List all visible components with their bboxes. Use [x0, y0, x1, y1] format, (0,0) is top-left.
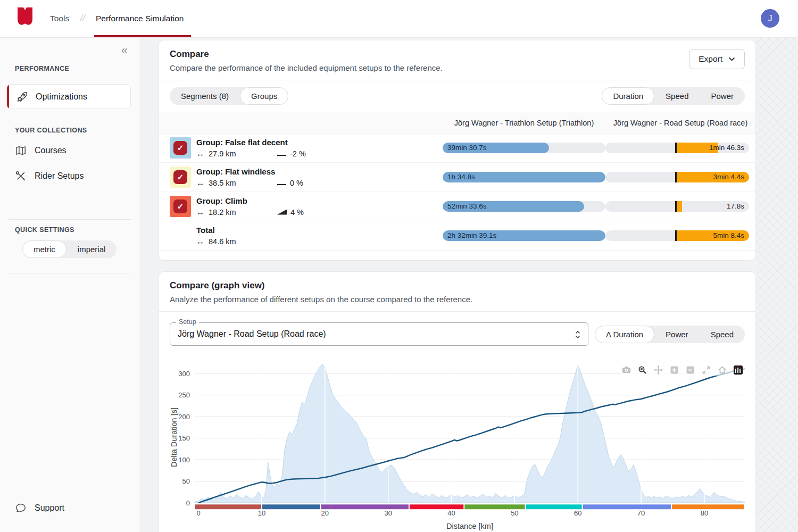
sidebar-divider: [9, 219, 131, 220]
y-tick-label: 150: [178, 434, 190, 442]
group-name: Total: [196, 226, 443, 235]
compare-card: Compare Compare the performance of the i…: [159, 40, 756, 261]
reference-duration-bar: 52min 33.6s: [443, 201, 605, 212]
compare-subtitle: Compare the performance of the included …: [170, 63, 443, 72]
compare-table-body: ✓Group: False flat decent↔27.9 km-2 %39m…: [159, 134, 755, 251]
sidebar-item-support[interactable]: Support: [15, 502, 64, 514]
zero-marker: [675, 230, 677, 241]
segment-strip: [672, 504, 744, 509]
y-tick-label: 300: [178, 370, 190, 378]
x-tick-label: 20: [321, 509, 329, 517]
toggle-option-speed[interactable]: Speed: [700, 326, 745, 343]
zoom-icon[interactable]: [638, 365, 647, 375]
toggle-option-speed[interactable]: Speed: [654, 87, 700, 105]
toggle-option-metric[interactable]: metric: [22, 240, 66, 258]
sidebar: « PERFORMANCE Optimizations YOUR COLLECT…: [0, 37, 139, 532]
export-button[interactable]: Export: [689, 49, 745, 69]
zero-marker: [675, 172, 677, 182]
table-row-total: Total↔84.6 km2h 32min 39.1s5min 8.4s: [159, 221, 755, 251]
zero-marker: [675, 143, 677, 153]
group-grade: -2 %: [290, 149, 306, 158]
sidebar-item-label: Optimizations: [36, 92, 87, 102]
group-checkbox[interactable]: ✓: [173, 141, 187, 155]
pan-icon[interactable]: [654, 365, 663, 375]
chart-modebar: [620, 364, 745, 376]
delta-duration-label: 17.8s: [727, 201, 744, 212]
autoscale-icon[interactable]: [702, 365, 711, 375]
y-tick-label: 100: [178, 456, 190, 464]
segment-strip: [262, 504, 320, 509]
sidebar-collapse-icon[interactable]: «: [121, 44, 128, 57]
table-row: ✓Group: Climb↔18.2 km4 %52min 33.6s17.8s: [159, 192, 755, 221]
user-avatar[interactable]: J: [761, 9, 779, 28]
group-distance: 84.6 km: [209, 237, 236, 246]
setup-select[interactable]: Setup Jörg Wagner - Road Setup (Road rac…: [170, 322, 588, 346]
home-icon[interactable]: [718, 365, 727, 375]
group-checkbox[interactable]: ✓: [173, 200, 187, 213]
toggle-option--duration[interactable]: Δ Duration: [595, 326, 654, 343]
sidebar-item-label: Courses: [35, 146, 66, 155]
sidebar-item-label: Rider Setups: [35, 171, 84, 181]
x-tick-label: 30: [384, 509, 392, 517]
group-checkbox[interactable]: ✓: [173, 170, 187, 184]
delta-duration-label: 1min 46.3s: [709, 143, 744, 153]
distance-icon: ↔: [196, 178, 204, 187]
group-name: Group: False flat decent: [196, 138, 443, 147]
section-label-collections: YOUR COLLECTIONS: [15, 127, 87, 134]
zoom-out-icon[interactable]: [686, 365, 695, 375]
units-toggle: metricimperial: [22, 240, 117, 258]
toggle-option-power[interactable]: Power: [654, 326, 700, 343]
chevron-down-icon: [728, 57, 735, 61]
x-tick-label: 0: [197, 509, 201, 517]
sidebar-divider: [9, 273, 131, 273]
segment-strip: [321, 504, 409, 509]
toggle-option-imperial[interactable]: imperial: [66, 240, 117, 258]
camera-icon[interactable]: [622, 365, 631, 375]
segment-strip: [583, 504, 671, 509]
map-icon: [15, 145, 27, 156]
group-distance: 27.9 km: [209, 149, 236, 158]
segment-strip: [464, 504, 525, 509]
segment-strip: [526, 504, 582, 509]
chart-canvas[interactable]: 05010015020025030001020304050607080Dista…: [170, 359, 746, 532]
brand-logo-icon[interactable]: [16, 6, 34, 33]
background-pattern: [757, 37, 798, 532]
table-row: ✓Group: False flat decent↔27.9 km-2 %39m…: [159, 134, 755, 163]
group-grade: 4 %: [290, 208, 304, 217]
sidebar-item-optimizations[interactable]: Optimizations: [6, 84, 131, 109]
reference-duration-label: 1h 34.8s: [447, 172, 475, 182]
sidebar-item-courses[interactable]: Courses: [15, 145, 66, 156]
reference-duration-bar: 1h 34.8s: [443, 172, 605, 182]
tab-performance-simulation[interactable]: Performance Simulation: [96, 14, 184, 23]
delta-duration-bar: 1min 46.3s: [605, 143, 749, 153]
group-color-swatch: ✓: [170, 167, 191, 188]
duration-speed-power-toggle: DurationSpeedPower: [602, 87, 745, 105]
graph-card: Compare (graph view) Analyze the perform…: [159, 271, 756, 532]
breadcrumb-tools[interactable]: Tools: [50, 14, 69, 23]
group-color-swatch: ✓: [170, 196, 191, 217]
compare-chart[interactable]: 05010015020025030001020304050607080Dista…: [170, 359, 746, 532]
x-tick-label: 80: [701, 509, 708, 517]
section-label-performance: PERFORMANCE: [15, 65, 69, 72]
table-header-row: Jörg Wagner - Triathlon Setup (Triathlon…: [159, 112, 755, 134]
sidebar-item-rider-setups[interactable]: Rider Setups: [15, 170, 84, 182]
plotly-logo-icon[interactable]: [734, 365, 743, 375]
chat-bubble-icon: [15, 502, 27, 514]
reference-duration-bar: 2h 32min 39.1s: [443, 230, 605, 241]
segment-strip: [195, 504, 261, 509]
delta-duration-bar: 5min 8.4s: [605, 230, 749, 241]
toggle-option-groups[interactable]: Groups: [240, 87, 288, 105]
zero-marker: [675, 201, 677, 212]
toggle-option-segments-8-[interactable]: Segments (8): [170, 87, 240, 105]
group-color-swatch: ✓: [170, 137, 191, 159]
toggle-option-duration[interactable]: Duration: [602, 87, 654, 105]
climb-grade-icon: [277, 210, 287, 215]
x-tick-label: 60: [574, 509, 581, 517]
distance-icon: ↔: [196, 237, 204, 246]
flat-grade-icon: [277, 184, 286, 186]
toggle-option-power[interactable]: Power: [700, 87, 745, 105]
graph-view-title: Compare (graph view): [170, 280, 472, 291]
y-tick-label: 250: [178, 391, 190, 399]
graph-view-subtitle: Analyze the performance of different set…: [170, 295, 472, 304]
zoom-in-icon[interactable]: [670, 365, 679, 375]
